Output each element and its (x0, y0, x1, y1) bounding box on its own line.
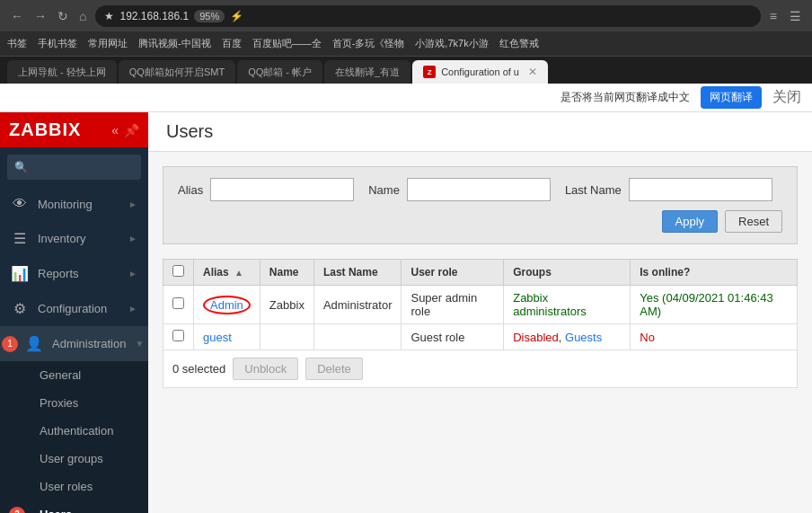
search-icon: 🔍 (14, 161, 28, 173)
configuration-label: Configuration (38, 302, 119, 315)
administration-arrow-icon: ▼ (135, 339, 144, 349)
settings-button[interactable]: ☰ (786, 7, 805, 25)
forward-button[interactable]: → (31, 7, 50, 25)
bookmark-5[interactable]: 百度贴吧——全 (252, 37, 322, 50)
submenu-authentication[interactable]: Authentication (0, 417, 148, 445)
th-checkbox (163, 260, 194, 286)
sidebar-item-inventory[interactable]: ☰ Inventory ► (0, 221, 148, 256)
lastname-input[interactable] (629, 178, 772, 201)
bookmark-7[interactable]: 小游戏,7k7k小游 (415, 37, 488, 50)
lastname-field: Last Name (565, 178, 772, 201)
reset-button[interactable]: Reset (725, 210, 782, 233)
reports-icon: 📊 (11, 265, 29, 282)
admin-link[interactable]: Admin (203, 296, 251, 314)
close-translation-button[interactable]: 关闭 (772, 88, 801, 107)
bookmark-3[interactable]: 腾讯视频-中国视 (138, 37, 211, 50)
th-alias[interactable]: Alias ▲ (194, 260, 260, 286)
row1-groups-link[interactable]: Zabbix administrators (513, 291, 587, 318)
bookmark-1[interactable]: 手机书签 (38, 37, 77, 50)
submenu-general[interactable]: General (0, 361, 148, 389)
alias-field: Alias (178, 178, 354, 201)
row2-groups-disabled-link[interactable]: Disabled (513, 331, 559, 344)
translate-button[interactable]: 网页翻译 (701, 86, 762, 109)
th-is-online[interactable]: Is online? (631, 260, 798, 286)
sidebar-item-reports[interactable]: 📊 Reports ► (0, 256, 148, 291)
table-row: guest Guest role Disabled, Guests No (163, 324, 798, 350)
tab-4[interactable]: Z Configuration of u ✕ (412, 60, 548, 84)
row2-alias: guest (194, 324, 260, 350)
guest-link[interactable]: guest (203, 331, 232, 344)
sidebar-pin-button[interactable]: 📌 (124, 123, 139, 137)
submenu-user-roles[interactable]: User roles (0, 473, 148, 500)
sidebar-item-configuration[interactable]: ⚙ Configuration ► (0, 291, 148, 326)
administration-icon: 👤 (25, 335, 43, 352)
administration-badge: 1 (2, 336, 18, 352)
reload-button[interactable]: ↻ (54, 7, 72, 25)
th-groups[interactable]: Groups (504, 260, 631, 286)
name-label: Name (368, 183, 400, 197)
bookmark-6[interactable]: 首页-多玩《怪物 (332, 37, 405, 50)
th-lastname[interactable]: Last Name (313, 260, 402, 286)
bookmark-2[interactable]: 常用网址 (88, 37, 128, 50)
row2-groups: Disabled, Guests (504, 324, 631, 350)
delete-button[interactable]: Delete (305, 358, 363, 380)
sidebar-collapse-button[interactable]: « (111, 123, 119, 137)
sidebar: ZABBIX « 📌 🔍 👁 Monitoring ► ☰ Inventor (0, 112, 148, 513)
bookmark-8[interactable]: 红色警戒 (499, 37, 539, 50)
tab-close-icon[interactable]: ✕ (528, 66, 537, 78)
home-button[interactable]: ⌂ (75, 7, 90, 25)
table-row: Admin Zabbix Administrator Super admin r… (163, 286, 798, 324)
back-button[interactable]: ← (7, 7, 27, 25)
users-badge: 2 (9, 507, 25, 514)
main-content: Users Alias Name Last Name (148, 112, 812, 513)
th-user-role[interactable]: User role (402, 260, 504, 286)
tab-3-label: 在线翻译_有道 (335, 66, 400, 79)
row1-name: Zabbix (260, 286, 313, 324)
row1-groups: Zabbix administrators (504, 286, 631, 324)
submenu-user-groups[interactable]: User groups (0, 445, 148, 473)
row2-checkbox[interactable] (172, 330, 184, 341)
sidebar-item-administration[interactable]: 1 👤 Administration ▼ (0, 326, 148, 361)
configuration-arrow-icon: ► (128, 304, 137, 314)
select-all-checkbox[interactable] (172, 265, 184, 277)
tab-2-label: QQ邮箱 - 帐户 (248, 66, 312, 79)
alias-input[interactable] (210, 178, 354, 201)
general-label: General (40, 368, 81, 382)
name-input[interactable] (407, 178, 551, 201)
menu-button[interactable]: ≡ (766, 7, 781, 25)
tabs-bar: 上网导航 - 轻快上网 QQ邮箱如何开启SMT QQ邮箱 - 帐户 在线翻译_有… (0, 57, 812, 84)
filter-row: Alias Name Last Name (178, 178, 782, 201)
row2-name (260, 324, 313, 350)
tab-3[interactable]: 在线翻译_有道 (324, 60, 410, 84)
logo-controls: « 📌 (111, 123, 139, 137)
bookmark-0[interactable]: 书签 (7, 37, 27, 50)
address-text: 192.168.186.1 (119, 10, 189, 22)
submenu-users[interactable]: 2 Users (0, 500, 148, 513)
app-layout: ZABBIX « 📌 🔍 👁 Monitoring ► ☰ Inventor (0, 112, 812, 513)
table-footer: 0 selected Unblock Delete (163, 350, 798, 388)
tab-1[interactable]: QQ邮箱如何开启SMT (119, 60, 235, 84)
row2-groups-guests-link[interactable]: Guests (565, 331, 602, 344)
submenu-proxies[interactable]: Proxies (0, 389, 148, 417)
row1-alias: Admin (194, 286, 260, 324)
unblock-button[interactable]: Unblock (233, 358, 298, 380)
row2-lastname (313, 324, 402, 350)
row2-checkbox-cell (163, 324, 194, 350)
apply-button[interactable]: Apply (662, 210, 719, 233)
monitoring-icon: 👁 (11, 196, 29, 212)
authentication-label: Authentication (40, 424, 113, 438)
alias-label: Alias (178, 183, 203, 197)
page-header: Users (148, 112, 812, 152)
row1-checkbox[interactable] (172, 297, 184, 309)
bookmark-4[interactable]: 百度 (222, 37, 242, 50)
lightning-icon: ⚡ (230, 10, 243, 22)
address-bar[interactable]: ★ 192.168.186.1 95% ⚡ (95, 5, 760, 27)
sidebar-item-monitoring[interactable]: 👁 Monitoring ► (0, 187, 148, 221)
th-name[interactable]: Name (260, 260, 313, 286)
filter-actions: Apply Reset (178, 210, 782, 233)
row2-user-role: Guest role (402, 324, 504, 350)
tab-2[interactable]: QQ邮箱 - 帐户 (237, 60, 322, 84)
zoom-level: 95% (194, 10, 225, 22)
sidebar-submenu-administration: General Proxies Authentication User grou… (0, 361, 148, 513)
tab-0[interactable]: 上网导航 - 轻快上网 (7, 60, 117, 84)
